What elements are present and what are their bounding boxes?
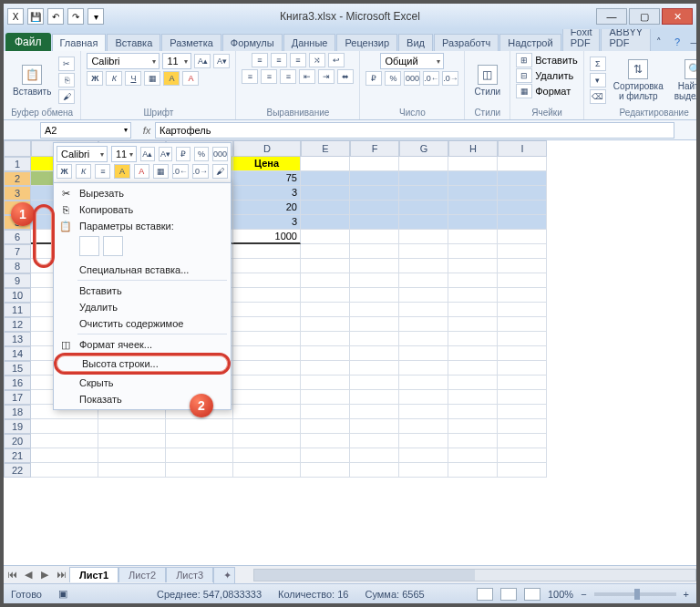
row-header-18[interactable]: 18	[4, 405, 31, 419]
cell-empty[interactable]	[233, 332, 301, 346]
cell-empty[interactable]	[301, 390, 350, 405]
cm-format-cells[interactable]: ◫Формат ячеек...	[54, 336, 231, 353]
row-header-22[interactable]: 22	[4, 463, 31, 478]
scrollbar-thumb[interactable]	[254, 570, 475, 581]
cell-empty[interactable]	[498, 448, 547, 463]
sheet-tab-3[interactable]: Лист3	[166, 567, 213, 582]
mini-dec-dec-icon[interactable]: .0→	[192, 164, 209, 179]
tab-layout[interactable]: Разметка	[161, 34, 221, 51]
cell-empty[interactable]	[166, 434, 233, 448]
align-right-icon[interactable]: ≡	[280, 69, 296, 84]
cell-empty[interactable]	[399, 346, 448, 361]
view-normal-icon[interactable]	[477, 588, 493, 601]
cell-empty[interactable]	[498, 273, 547, 288]
find-select-button[interactable]: 🔍 Найти и выделить	[671, 57, 700, 103]
fill-icon[interactable]: ▾	[590, 73, 606, 87]
cell-empty[interactable]	[350, 317, 399, 332]
cell-empty[interactable]	[399, 244, 448, 259]
cell-empty[interactable]	[301, 346, 350, 361]
row-header-1[interactable]: 1	[4, 157, 31, 171]
view-pagebreak-icon[interactable]	[524, 588, 540, 601]
row-header-13[interactable]: 13	[4, 332, 31, 346]
cell-empty[interactable]	[233, 361, 301, 376]
cell-empty[interactable]	[301, 434, 350, 448]
cell-empty[interactable]	[301, 288, 350, 303]
cell-empty[interactable]	[31, 448, 98, 463]
cut-icon[interactable]: ✂	[58, 57, 75, 71]
cell-empty[interactable]	[98, 463, 166, 478]
cell-empty[interactable]	[498, 303, 547, 317]
cell-empty[interactable]	[233, 390, 301, 405]
sort-filter-button[interactable]: ⇅ Сортировка и фильтр	[610, 57, 667, 103]
cell-empty[interactable]	[233, 434, 301, 448]
cm-cut[interactable]: ✂Вырезать	[54, 185, 231, 201]
zoom-out-button[interactable]: −	[581, 589, 586, 600]
cell-empty[interactable]	[448, 361, 498, 376]
undo-icon[interactable]: ↶	[47, 8, 64, 25]
cell-empty[interactable]	[301, 332, 350, 346]
row-header-11[interactable]: 11	[4, 303, 31, 317]
sheet-nav-next[interactable]: ▶	[36, 569, 53, 581]
grow-font-icon[interactable]: A▴	[194, 54, 211, 68]
mini-currency-icon[interactable]: ₽	[176, 147, 190, 161]
cell-empty[interactable]	[448, 405, 498, 419]
cell-empty[interactable]	[233, 376, 301, 390]
cm-copy[interactable]: ⎘Копировать	[54, 201, 231, 218]
cell-empty[interactable]	[498, 346, 547, 361]
view-layout-icon[interactable]	[500, 588, 517, 601]
zoom-thumb[interactable]	[634, 589, 640, 600]
tab-home[interactable]: Главная	[52, 34, 107, 51]
cell-empty[interactable]	[233, 463, 301, 478]
cell-empty[interactable]	[301, 405, 350, 419]
minimize-button[interactable]: —	[596, 8, 627, 25]
align-center-icon[interactable]: ≡	[261, 69, 277, 84]
cell-empty[interactable]	[448, 244, 498, 259]
bold-icon[interactable]: Ж	[87, 71, 103, 86]
save-icon[interactable]: 💾	[27, 8, 44, 25]
mini-grow-icon[interactable]: A▴	[140, 147, 155, 161]
cell-empty[interactable]	[448, 273, 498, 288]
cell-empty[interactable]	[233, 303, 301, 317]
cell-empty[interactable]	[350, 288, 399, 303]
cell-empty[interactable]	[448, 376, 498, 390]
cell-empty[interactable]	[166, 448, 233, 463]
cell-empty[interactable]	[399, 448, 448, 463]
cell-empty[interactable]	[350, 332, 399, 346]
font-color-icon[interactable]: A	[182, 71, 199, 86]
cell-empty[interactable]	[350, 244, 399, 259]
row-header-15[interactable]: 15	[4, 361, 31, 376]
cell-empty[interactable]	[31, 419, 98, 434]
cell-empty[interactable]	[233, 419, 301, 434]
cell-empty[interactable]	[301, 419, 350, 434]
col-header-i[interactable]: I	[498, 140, 547, 157]
cell-empty[interactable]	[498, 419, 547, 434]
cell-empty[interactable]	[301, 463, 350, 478]
cell-empty[interactable]	[399, 288, 448, 303]
macro-rec-icon[interactable]: ▣	[58, 588, 67, 600]
row-header-20[interactable]: 20	[4, 434, 31, 448]
font-name-combo[interactable]: Calibri	[87, 53, 160, 69]
cell-empty[interactable]	[301, 273, 350, 288]
cell-empty[interactable]	[399, 434, 448, 448]
cm-delete[interactable]: Удалить	[54, 299, 231, 315]
cell-empty[interactable]	[498, 434, 547, 448]
cell-empty[interactable]	[350, 361, 399, 376]
mini-painter-icon[interactable]: 🖌	[212, 164, 228, 179]
row-header-8[interactable]: 8	[4, 259, 31, 273]
cell-empty[interactable]	[301, 376, 350, 390]
close-button[interactable]: ✕	[662, 8, 693, 25]
cell-empty[interactable]	[498, 244, 547, 259]
row-header-19[interactable]: 19	[4, 419, 31, 434]
indent-dec-icon[interactable]: ⇤	[299, 69, 315, 84]
cell-empty[interactable]	[399, 405, 448, 419]
row-header-17[interactable]: 17	[4, 390, 31, 405]
cell-empty[interactable]	[350, 463, 399, 478]
cell-empty[interactable]	[498, 405, 547, 419]
cell-empty[interactable]	[233, 346, 301, 361]
cell-empty[interactable]	[448, 434, 498, 448]
cell-empty[interactable]	[350, 346, 399, 361]
cm-row-height[interactable]: Высота строки...	[54, 353, 231, 375]
align-top-icon[interactable]: ≡	[252, 53, 268, 67]
cell-empty[interactable]	[399, 463, 448, 478]
sheet-nav-last[interactable]: ⏭	[53, 569, 69, 581]
